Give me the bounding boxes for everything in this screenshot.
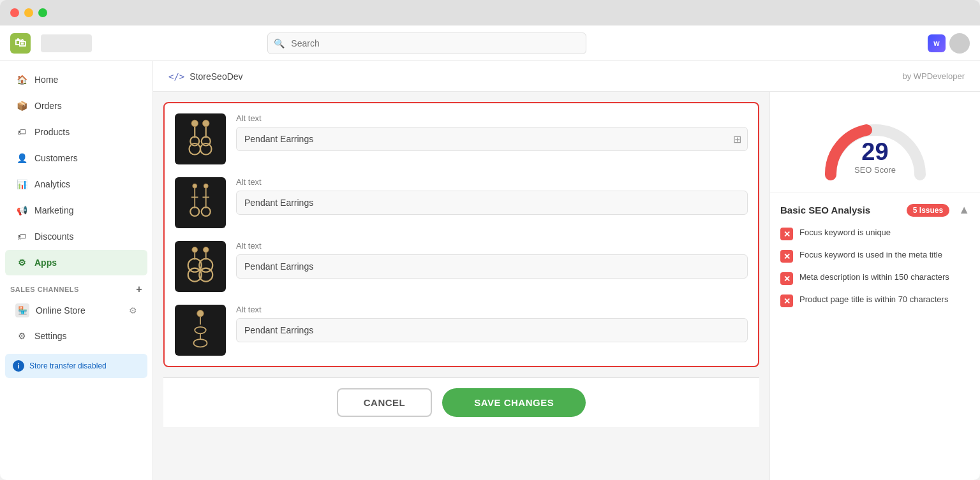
alt-text-fields-3: Alt text: [236, 241, 748, 279]
alt-text-label-2: Alt text: [236, 177, 748, 187]
seo-score-label: SEO Score: [854, 165, 896, 175]
maximize-button[interactable]: [38, 8, 47, 17]
issue-icon-2: ✕: [780, 250, 793, 263]
customers-icon: 👤: [15, 152, 28, 164]
alt-text-input-4[interactable]: [236, 318, 748, 342]
svg-point-13: [204, 184, 208, 188]
sidebar-item-label-analytics: Analytics: [34, 179, 70, 189]
sidebar-item-orders[interactable]: 📦 Orders: [5, 93, 147, 119]
sidebar-nav: 🏠 Home 📦 Orders 🏷 Products 👤 Customers: [0, 61, 152, 480]
earring-svg-4: [181, 308, 219, 353]
minimize-button[interactable]: [24, 8, 33, 17]
cancel-button[interactable]: CANCEL: [337, 388, 433, 417]
alt-text-section: Alt text ⊞: [163, 102, 759, 367]
alt-text-label-3: Alt text: [236, 241, 748, 251]
sidebar-item-analytics[interactable]: 📊 Analytics: [5, 171, 147, 197]
breadcrumb: </> StoreSeoDev: [168, 71, 243, 82]
breadcrumb-code-icon: </>: [168, 71, 184, 82]
store-name-badge: [41, 34, 92, 52]
avatar: [949, 33, 970, 54]
shopify-logo: 🛍: [10, 33, 31, 54]
earring-svg-2: [181, 180, 219, 225]
sidebar-item-label-discounts: Discounts: [34, 231, 73, 242]
analytics-icon: 📊: [15, 178, 28, 191]
sales-channels-label: SALES CHANNELS: [10, 286, 79, 293]
collapse-button[interactable]: ▲: [958, 203, 970, 217]
alt-text-item-2: Alt text: [175, 177, 748, 228]
window-content: 🛍 🔍 w 🏠 Home: [0, 25, 980, 480]
issue-icon-1: ✕: [780, 228, 793, 240]
issues-badge: 5 Issues: [907, 204, 949, 217]
bottom-bar: CANCEL SAVE CHANGES: [163, 377, 759, 427]
issue-text-3: Meta description is within 150 character…: [799, 272, 949, 283]
online-store-settings-icon[interactable]: ⚙: [129, 305, 137, 316]
alt-text-fields-1: Alt text ⊞: [236, 113, 748, 151]
app-window: 🛍 🔍 w 🏠 Home: [0, 0, 980, 480]
issue-text-4: Product page title is within 70 characte…: [799, 294, 948, 305]
earring-svg-3: [181, 244, 219, 289]
svg-point-26: [197, 310, 204, 317]
seo-gauge-section: 29 SEO Score: [770, 92, 980, 193]
online-store-label: Online Store: [36, 305, 85, 316]
sidebar-item-label-orders: Orders: [34, 101, 62, 111]
svg-point-30: [194, 339, 207, 347]
alt-text-fields-4: Alt text: [236, 305, 748, 342]
sidebar-item-online-store[interactable]: 🏪 Online Store ⚙: [5, 298, 147, 323]
sidebar-item-apps[interactable]: ⚙ Apps: [5, 250, 147, 275]
product-image-4: [175, 305, 226, 356]
sidebar-item-label-home: Home: [34, 75, 58, 85]
product-image-2: [175, 177, 226, 228]
svg-point-28: [195, 327, 206, 334]
search-icon: 🔍: [274, 38, 285, 48]
svg-point-4: [203, 120, 210, 127]
sidebar-item-settings[interactable]: ⚙ Settings: [5, 323, 147, 349]
product-image-3: [175, 241, 226, 292]
issue-icon-3: ✕: [780, 272, 793, 285]
alt-text-item-3: Alt text: [175, 241, 748, 292]
search-input[interactable]: [267, 33, 586, 54]
close-button[interactable]: [10, 8, 19, 17]
discounts-icon: 🏷: [15, 230, 28, 243]
sidebar-item-discounts[interactable]: 🏷 Discounts: [5, 224, 147, 249]
seo-analysis-section: Basic SEO Analysis 5 Issues ▲ ✕ Focus ke…: [770, 193, 980, 326]
issue-icon-4: ✕: [780, 295, 793, 307]
save-changes-button[interactable]: SAVE CHANGES: [442, 388, 586, 417]
traffic-lights: [10, 8, 47, 17]
sidebar-item-label-apps: Apps: [34, 258, 57, 268]
alt-text-label-1: Alt text: [236, 113, 748, 123]
input-grid-icon-1: ⊞: [733, 133, 741, 145]
alt-text-fields-2: Alt text: [236, 177, 748, 215]
alt-text-item-1: Alt text ⊞: [175, 113, 748, 164]
sidebar-item-label-marketing: Marketing: [34, 205, 73, 215]
main-area: </> StoreSeoDev by WPDeveloper: [153, 61, 980, 480]
gauge-score: 29 SEO Score: [854, 140, 896, 175]
transfer-notice: i Store transfer disabled: [5, 354, 147, 378]
search-bar: 🔍: [267, 33, 586, 54]
sidebar-item-home[interactable]: 🏠 Home: [5, 67, 147, 92]
wp-badge: w: [928, 33, 970, 54]
sidebar-item-label-customers: Customers: [34, 153, 78, 163]
right-panel: 29 SEO Score Basic SEO Analysis 5 Issues: [769, 92, 980, 480]
sidebar-item-customers[interactable]: 👤 Customers: [5, 145, 147, 171]
issue-item-1: ✕ Focus keyword is unique: [780, 227, 970, 240]
analysis-header: Basic SEO Analysis 5 Issues ▲: [780, 203, 970, 217]
online-store-icon: 🏪: [15, 303, 29, 317]
sidebar-item-products[interactable]: 🏷 Products: [5, 119, 147, 145]
gauge-wrap: 29 SEO Score: [818, 111, 933, 175]
add-sales-channel-button[interactable]: +: [136, 284, 142, 295]
titlebar: [0, 0, 980, 25]
alt-text-input-1[interactable]: [236, 127, 748, 151]
sidebar-item-marketing[interactable]: 📢 Marketing: [5, 198, 147, 223]
svg-point-18: [192, 247, 198, 252]
topbar: 🛍 🔍 w: [0, 25, 980, 61]
product-image-1: [175, 113, 226, 164]
alt-text-input-wrap-4: [236, 318, 748, 342]
alt-text-input-3[interactable]: [236, 254, 748, 279]
alt-text-input-wrap-1: ⊞: [236, 127, 748, 151]
svg-point-22: [203, 247, 209, 252]
alt-text-input-2[interactable]: [236, 191, 748, 215]
topbar-right: w: [928, 33, 970, 54]
orders-icon: 📦: [15, 99, 28, 112]
svg-point-8: [193, 184, 197, 188]
issue-text-2: Focus keyword is used in the meta title: [799, 249, 942, 261]
